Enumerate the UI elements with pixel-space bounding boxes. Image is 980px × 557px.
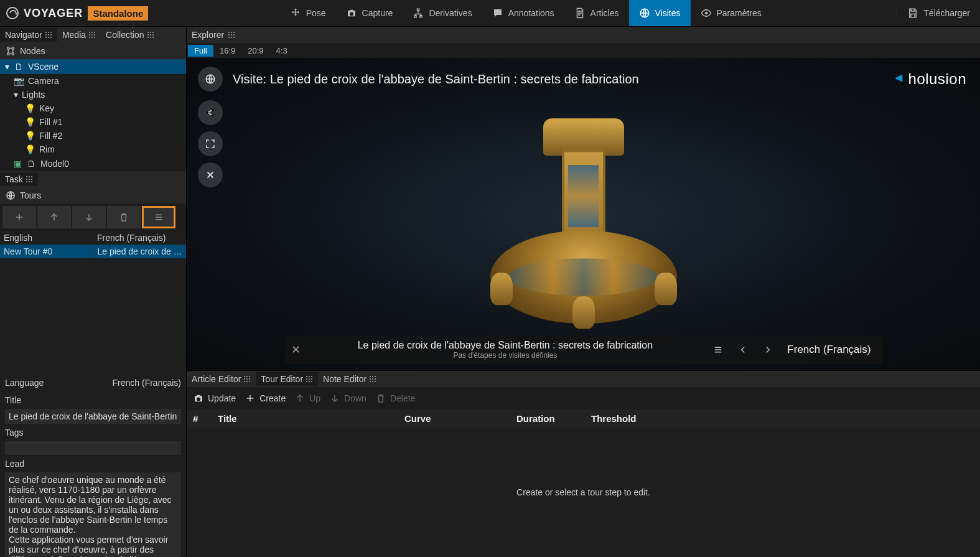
article-editor-tab[interactable]: Article Editor	[187, 372, 256, 386]
scene-icon: 🗋	[13, 61, 24, 72]
comment-icon	[492, 7, 503, 19]
aspect-20-9[interactable]: 20:9	[241, 45, 269, 57]
tour-editor-tab[interactable]: Tour Editor	[256, 372, 318, 386]
tour-table-header: English French (Français)	[0, 231, 186, 245]
center-area: Explorer Full 16:9 20:9 4:3 Visite: Le p…	[187, 27, 980, 557]
language-label: Language	[5, 378, 44, 388]
tour-up-button[interactable]	[37, 206, 71, 228]
lead-label: Lead	[0, 455, 186, 472]
nodes-icon	[5, 45, 16, 57]
vp-bottom-lang[interactable]: French (Français)	[782, 344, 875, 356]
col-french: French (Français)	[97, 233, 166, 243]
tags-input[interactable]	[5, 441, 181, 455]
nodes-label: Nodes	[20, 46, 45, 56]
step-up-button[interactable]: Up	[294, 393, 320, 404]
col-num: #	[193, 413, 218, 424]
step-update-button[interactable]: Update	[193, 393, 236, 404]
step-delete-button[interactable]: Delete	[375, 393, 415, 404]
tour-add-button[interactable]	[2, 206, 36, 228]
tab-annotations[interactable]: Annotations	[482, 0, 564, 26]
mode-badge: Standalone	[88, 6, 148, 21]
tab-visites-label: Visites	[655, 8, 681, 18]
tab-derivatives-label: Derivatives	[429, 8, 472, 18]
camera-icon	[346, 7, 357, 19]
grip-icon	[45, 31, 52, 39]
tour-menu-button[interactable]	[142, 206, 175, 228]
eye-icon	[701, 7, 712, 19]
camera-icon	[193, 393, 204, 404]
navigator-tab[interactable]: Navigator	[0, 28, 57, 42]
vp-tools-button[interactable]	[198, 162, 223, 187]
grip-icon	[306, 375, 313, 383]
vp-fullscreen-button[interactable]	[198, 131, 223, 156]
brand: VOYAGER Standalone	[0, 6, 154, 21]
tree-light-fill1[interactable]: 💡Fill #1	[0, 115, 186, 129]
grip-icon	[147, 31, 154, 39]
tab-derivatives[interactable]: Derivatives	[403, 0, 482, 26]
viewport-bottom-bar: ✕ Le pied de croix de l'abbaye de Saint-…	[285, 335, 882, 364]
bulb-icon: 💡	[25, 103, 35, 113]
tree-light-rim[interactable]: 💡Rim	[0, 143, 186, 156]
tree-lights[interactable]: ▾ Lights	[0, 88, 186, 101]
grip-icon	[88, 31, 96, 39]
language-row[interactable]: Language French (Français)	[0, 374, 186, 391]
viewport-side-buttons	[198, 100, 223, 187]
tree-light-key[interactable]: 💡Key	[0, 101, 186, 115]
tab-visites[interactable]: Visites	[629, 0, 691, 26]
vp-share-button[interactable]	[198, 100, 223, 125]
cube-icon: ▣	[14, 159, 22, 169]
media-tab[interactable]: Media	[57, 28, 101, 42]
tree-camera[interactable]: 📷Camera	[0, 74, 186, 88]
tree-light-fill2[interactable]: 💡Fill #2	[0, 129, 186, 143]
tab-pose-label: Pose	[306, 8, 326, 18]
file-icon: 🗋	[26, 158, 37, 169]
aspect-4-3[interactable]: 4:3	[270, 45, 294, 57]
tab-pose[interactable]: Pose	[280, 0, 336, 26]
tour-delete-button[interactable]	[107, 206, 141, 228]
vp-prev-button[interactable]	[732, 339, 754, 360]
tab-capture[interactable]: Capture	[336, 0, 403, 26]
tour-toolbar	[0, 204, 186, 231]
viewport-brand: ▸ holusion	[895, 70, 966, 88]
tab-parametres-label: Paramètres	[717, 8, 762, 18]
document-icon	[574, 7, 586, 19]
move-icon	[290, 7, 301, 19]
aspect-full[interactable]: Full	[188, 45, 213, 57]
step-down-button[interactable]: Down	[329, 393, 366, 404]
top-tabs: Pose Capture Derivatives Annotations Art…	[280, 0, 772, 26]
tour-row[interactable]: New Tour #0 Le pied de croix de l'abbaye…	[0, 245, 186, 258]
vp-next-button[interactable]	[757, 339, 778, 360]
steps-empty-message: Create or select a tour step to edit.	[187, 428, 980, 557]
arrow-down-icon	[329, 393, 340, 404]
aspect-row: Full 16:9 20:9 4:3	[187, 43, 980, 58]
holusion-text: holusion	[908, 70, 966, 88]
tab-annotations-label: Annotations	[508, 8, 554, 18]
grip-icon	[369, 375, 376, 383]
aspect-16-9[interactable]: 16:9	[213, 45, 241, 57]
bulb-icon: 💡	[25, 144, 35, 154]
tab-articles[interactable]: Articles	[564, 0, 629, 26]
viewport-3d[interactable]: Visite: Le pied de croix de l'abbaye de …	[187, 58, 980, 370]
tour-table: English French (Français) New Tour #0 Le…	[0, 231, 186, 258]
grip-icon	[26, 176, 33, 183]
navigator-tabs: Navigator Media Collection	[0, 27, 186, 43]
note-editor-tab[interactable]: Note Editor	[318, 372, 381, 386]
lead-textarea[interactable]: Ce chef d'oeuvre unique au monde a été r…	[5, 472, 181, 557]
task-tab[interactable]: Task	[0, 172, 38, 186]
step-create-button[interactable]: Create	[245, 393, 286, 404]
tour-down-button[interactable]	[72, 206, 106, 228]
tree-vscene[interactable]: ▾ 🗋VScene	[0, 59, 186, 74]
grip-icon	[243, 375, 251, 383]
vp-bottom-subtitle: Pas d'étapes de visites définies	[309, 351, 702, 360]
collection-tab[interactable]: Collection	[101, 28, 159, 42]
bulb-icon: 💡	[25, 131, 35, 141]
vp-globe-button[interactable]	[198, 67, 223, 91]
nodes-header: Nodes	[0, 43, 186, 59]
vp-menu-button[interactable]	[707, 339, 729, 360]
app-logo-icon	[6, 7, 19, 19]
vp-bottom-close[interactable]: ✕	[291, 343, 301, 357]
tree-model0[interactable]: ▣ 🗋Model0	[0, 156, 186, 171]
tab-parametres[interactable]: Paramètres	[691, 0, 772, 26]
download-button[interactable]: Télécharger	[897, 7, 980, 19]
title-input[interactable]	[5, 409, 181, 424]
